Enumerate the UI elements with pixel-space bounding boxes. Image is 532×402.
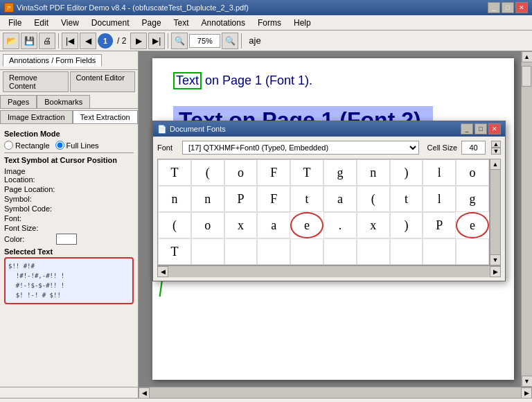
font-selector[interactable]: [17] QTXHMF+Font0 (Type0, Embedded)	[182, 141, 419, 155]
font-cell: n	[191, 186, 224, 212]
menu-edit[interactable]: Edit	[28, 16, 54, 30]
vertical-scrollbar[interactable]: ▲ ▼	[521, 51, 532, 387]
menu-help[interactable]: Help	[288, 16, 317, 30]
font-selector-row: Font [17] QTXHMF+Font0 (Type0, Embedded)…	[157, 141, 501, 155]
font-cell	[390, 238, 423, 265]
font-cell: x	[224, 212, 258, 238]
font-cell	[290, 238, 323, 265]
pdf-view: Text on Page 1 (Font 1). Text on Page 1 …	[139, 51, 521, 387]
fulllines-radio-label[interactable]: Full Lines	[55, 141, 99, 150]
tab-bookmarks[interactable]: Bookmarks	[37, 95, 90, 108]
font-cell: .	[323, 212, 357, 238]
selected-text-content: $!! #!# !#!-!#,-#!! ! #!-!$-$-#!! ! $! !…	[8, 263, 64, 299]
open-button[interactable]: 📂	[3, 33, 19, 49]
color-row: Color:	[4, 234, 134, 245]
close-button[interactable]: ✕	[515, 2, 528, 13]
dialog-title-text: Document Fonts	[170, 125, 226, 133]
fulllines-radio[interactable]	[55, 141, 64, 150]
menu-forms[interactable]: Forms	[252, 16, 287, 30]
maximize-button[interactable]: □	[502, 2, 514, 13]
divider-1	[4, 152, 134, 153]
scroll-up-button[interactable]: ▲	[522, 51, 533, 62]
menu-file[interactable]: File	[3, 16, 27, 30]
menu-annotations[interactable]: Annotations	[196, 16, 251, 30]
color-swatch[interactable]	[56, 234, 77, 245]
font-label: Font:	[4, 214, 56, 222]
font-cell: )	[390, 212, 423, 238]
toolbar-separator-3	[241, 33, 242, 49]
next-page-button[interactable]: ▶	[130, 33, 147, 49]
font-cell: n	[357, 159, 390, 186]
hscroll-left[interactable]: ◀	[157, 266, 168, 277]
remove-content-button[interactable]: Remove Content	[3, 71, 69, 92]
font-cell: l	[423, 159, 456, 186]
prev-page-button[interactable]: ◀	[80, 33, 96, 49]
font-cell	[257, 238, 290, 265]
font-cell: F	[257, 186, 290, 212]
zoom-input[interactable]	[189, 34, 220, 48]
menu-document[interactable]: Document	[86, 16, 135, 30]
panel-buttons-row: Remove Content Content Editor	[0, 70, 138, 94]
page-location-label: Page Location:	[4, 185, 56, 193]
current-page: 1	[98, 33, 113, 49]
app-icon: P	[4, 3, 14, 12]
tab-image-extraction[interactable]: Image Extraction	[0, 110, 73, 123]
grid-container: T ( o F T g n ) l o n	[157, 159, 501, 265]
zoom-out-button[interactable]: 🔍	[171, 33, 188, 49]
left-panel: Annotations / Form Fields Remove Content…	[0, 51, 139, 387]
hscroll-right-main[interactable]: ▶	[521, 387, 532, 399]
hscroll-left-main[interactable]: ◀	[139, 387, 150, 399]
rect-radio[interactable]	[4, 141, 13, 150]
font-cell: t	[290, 186, 323, 212]
font-cell: (	[158, 212, 191, 238]
font-cell	[423, 238, 456, 265]
dialog-hscroll[interactable]: ◀ ▶	[157, 265, 501, 277]
selected-text-box: $!! #!# !#!-!#,-#!! ! #!-!$-$-#!! ! $! !…	[4, 257, 134, 304]
cell-size-input[interactable]	[461, 141, 486, 155]
toolbar: 📂 💾 🖨 |◀ ◀ 1 / 2 ▶ ▶| 🔍 🔍 aje	[0, 30, 532, 51]
dialog-vscroll[interactable]: ▲ ▼	[490, 159, 501, 265]
menu-text[interactable]: Text	[168, 16, 195, 30]
dialog-minimize-button[interactable]: _	[461, 123, 473, 134]
cell-size-up[interactable]: ▲	[491, 141, 501, 148]
toolbar-separator-2	[168, 33, 168, 49]
symbol-row: Symbol:	[4, 195, 134, 203]
font-cell: )	[390, 159, 423, 186]
font-cell-circled-e2: e	[456, 212, 489, 238]
dialog-overlay: 📄 Document Fonts _ □ ✕ Font	[139, 51, 521, 387]
cell-size-label: Cell Size	[427, 143, 457, 152]
dialog-close-button[interactable]: ✕	[488, 123, 501, 134]
symbol-label: Symbol:	[4, 195, 56, 203]
hscroll-right[interactable]: ▶	[490, 266, 501, 277]
print-button[interactable]: 🖨	[39, 33, 55, 49]
font-cell: g	[456, 186, 489, 212]
tab-pages[interactable]: Pages	[0, 95, 37, 108]
tab-annotations-form-fields[interactable]: Annotations / Form Fields	[3, 54, 102, 67]
dialog-scroll-down[interactable]: ▼	[490, 254, 500, 265]
save-button[interactable]: 💾	[21, 33, 37, 49]
content-editor-button[interactable]: Content Editor	[70, 71, 136, 92]
minimize-button[interactable]: _	[488, 2, 500, 13]
dialog-scroll-up[interactable]: ▲	[490, 159, 500, 170]
cell-size-down[interactable]: ▼	[491, 148, 501, 155]
zoom-in-button[interactable]: 🔍	[222, 33, 238, 49]
menu-view[interactable]: View	[55, 16, 85, 30]
scroll-down-button[interactable]: ▼	[522, 376, 533, 387]
symbol-code-label: Symbol Code:	[4, 204, 56, 213]
first-page-button[interactable]: |◀	[62, 33, 78, 49]
main-hscroll[interactable]: ◀ ▶	[139, 387, 532, 398]
hscroll-row: ◀ ▶	[0, 387, 532, 398]
hscroll-track	[168, 266, 490, 277]
scroll-track[interactable]	[522, 62, 532, 376]
dialog-maximize-button[interactable]: □	[475, 123, 487, 134]
rect-radio-label[interactable]: Rectangle	[4, 141, 50, 150]
menu-page[interactable]: Page	[136, 16, 167, 30]
sub-tabs: Pages Bookmarks	[0, 95, 138, 109]
tab-text-extraction[interactable]: Text Extraction	[73, 110, 138, 123]
last-page-button[interactable]: ▶|	[148, 33, 165, 49]
font-cell: P	[423, 212, 456, 238]
font-row: Font:	[4, 214, 134, 222]
font-cell	[323, 238, 357, 265]
dialog-scroll-track	[490, 170, 500, 254]
scroll-thumb[interactable]	[522, 66, 531, 87]
